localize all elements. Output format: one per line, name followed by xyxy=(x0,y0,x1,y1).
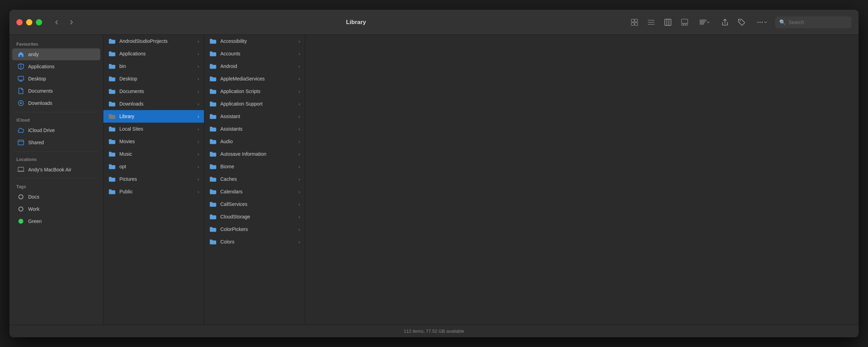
sidebar-item-macbook[interactable]: Andy's MacBook Air xyxy=(12,164,100,176)
icon-view-button[interactable] xyxy=(628,16,641,29)
col2-item-audio[interactable]: Audio› xyxy=(204,135,305,148)
col1-item-opt[interactable]: opt› xyxy=(103,160,204,173)
sidebar-item-desktop[interactable]: Desktop xyxy=(12,73,100,85)
col2-item-label: Calendars xyxy=(220,189,295,194)
chevron-right-icon: › xyxy=(299,114,300,119)
col1-item-documents[interactable]: Documents› xyxy=(103,85,204,98)
column-view-button[interactable] xyxy=(661,16,675,29)
col1-item-label: bin xyxy=(119,63,194,69)
laptop-icon xyxy=(17,166,25,174)
col2-item-apple-media[interactable]: AppleMediaServices› xyxy=(204,72,305,85)
col1-item-movies[interactable]: Movies› xyxy=(103,135,204,148)
chevron-right-icon: › xyxy=(198,39,199,44)
col1-item-downloads[interactable]: Downloads› xyxy=(103,98,204,110)
search-input[interactable] xyxy=(789,20,847,25)
chevron-right-icon: › xyxy=(198,152,199,157)
col1-item-bin[interactable]: bin› xyxy=(103,60,204,72)
share-button[interactable] xyxy=(718,16,732,29)
col2-item-cloud-storage[interactable]: CloudStorage› xyxy=(204,210,305,223)
col1-item-applications[interactable]: Applications› xyxy=(103,47,204,60)
col2-item-autosave[interactable]: Autosave Information› xyxy=(204,148,305,160)
divider-2 xyxy=(14,151,98,152)
col2-item-calendars[interactable]: Calendars› xyxy=(204,185,305,198)
col2-item-caches[interactable]: Caches› xyxy=(204,173,305,185)
chevron-right-icon: › xyxy=(198,76,199,82)
folder-icon xyxy=(108,75,116,83)
col2-item-label: Audio xyxy=(220,139,295,144)
search-box[interactable]: 🔍 xyxy=(775,16,852,28)
downloads-icon xyxy=(17,99,25,107)
list-view-button[interactable] xyxy=(644,16,658,29)
folder-icon xyxy=(108,50,116,57)
col2-item-assistant[interactable]: Assistant› xyxy=(204,110,305,123)
sidebar-item-work-tag[interactable]: Work xyxy=(12,203,100,215)
chevron-right-icon: › xyxy=(198,139,199,144)
col2-item-app-scripts[interactable]: Application Scripts› xyxy=(204,85,305,98)
col1-item-label: Applications xyxy=(119,51,194,56)
group-button[interactable] xyxy=(694,16,715,29)
minimize-button[interactable] xyxy=(26,19,32,25)
sidebar-item-applications[interactable]: Applications xyxy=(12,61,100,72)
col2-item-label: Caches xyxy=(220,176,295,182)
fullscreen-button[interactable] xyxy=(36,19,42,25)
sidebar-item-icloud-drive[interactable]: iCloud Drive xyxy=(12,124,100,136)
col1-item-local-sites[interactable]: Local Sites› xyxy=(103,123,204,135)
sidebar-item-andy[interactable]: andy xyxy=(12,48,100,60)
sidebar-item-shared[interactable]: Shared xyxy=(12,137,100,148)
sidebar-icloud-label: iCloud Drive xyxy=(28,128,55,133)
col1-item-public[interactable]: Public› xyxy=(103,185,204,198)
more-options-button[interactable] xyxy=(751,16,772,29)
status-text: 112 items, 77.52 GB available xyxy=(404,329,464,334)
col1-item-label: opt xyxy=(119,164,194,169)
titlebar: Library xyxy=(9,10,859,35)
folder-icon xyxy=(209,138,217,145)
col1-item-desktop[interactable]: Desktop› xyxy=(103,72,204,85)
col1-item-label: Public xyxy=(119,189,194,194)
col2-item-biome[interactable]: Biome› xyxy=(204,160,305,173)
svg-rect-1 xyxy=(635,19,638,22)
close-button[interactable] xyxy=(16,19,23,25)
col2-item-android[interactable]: Android› xyxy=(204,60,305,72)
back-button[interactable] xyxy=(50,16,63,29)
col2-item-color-pickers[interactable]: ColorPickers› xyxy=(204,223,305,236)
sidebar-item-downloads[interactable]: Downloads xyxy=(12,97,100,109)
folder-icon xyxy=(209,37,217,45)
forward-button[interactable] xyxy=(65,16,78,29)
svg-rect-15 xyxy=(684,24,686,25)
chevron-right-icon: › xyxy=(299,227,300,232)
svg-rect-3 xyxy=(635,23,638,25)
gallery-view-button[interactable] xyxy=(678,16,692,29)
col2-item-label: Accounts xyxy=(220,51,295,56)
svg-rect-18 xyxy=(700,22,705,23)
sidebar-item-green-tag[interactable]: Green xyxy=(12,215,100,227)
folder-icon xyxy=(209,163,217,170)
documents-icon xyxy=(17,87,25,95)
column-2: Accessibility› Accounts› Android› AppleM… xyxy=(204,35,305,325)
col2-item-colors[interactable]: Colors› xyxy=(204,236,305,248)
folder-icon xyxy=(209,113,217,120)
sidebar-desktop-label: Desktop xyxy=(28,76,46,82)
col2-item-label: Android xyxy=(220,63,295,69)
favourites-section-title: Favourites xyxy=(9,39,103,48)
col2-item-app-support[interactable]: Application Support› xyxy=(204,98,305,110)
col2-item-accessibility[interactable]: Accessibility› xyxy=(204,35,305,47)
chevron-right-icon: › xyxy=(299,189,300,194)
col1-item-android-studio[interactable]: AndroidStudioProjects› xyxy=(103,35,204,47)
col2-item-accounts[interactable]: Accounts› xyxy=(204,47,305,60)
tag-button[interactable] xyxy=(735,16,749,29)
col2-item-label: CallServices xyxy=(220,201,295,207)
col1-item-library[interactable]: Library› xyxy=(103,110,204,123)
folder-icon xyxy=(108,125,116,133)
window-title: Library xyxy=(85,19,628,26)
col1-item-pictures[interactable]: Pictures› xyxy=(103,173,204,185)
folder-icon xyxy=(108,163,116,170)
col2-item-assistants[interactable]: Assistants› xyxy=(204,123,305,135)
sidebar-documents-label: Documents xyxy=(28,88,53,94)
sidebar-item-docs-tag[interactable]: Docs xyxy=(12,191,100,203)
col2-item-call-services[interactable]: CallServices› xyxy=(204,198,305,210)
folder-icon xyxy=(108,150,116,158)
svg-rect-19 xyxy=(700,23,704,24)
col1-item-music[interactable]: Music› xyxy=(103,148,204,160)
sidebar-item-documents[interactable]: Documents xyxy=(12,85,100,97)
svg-point-21 xyxy=(758,22,759,23)
